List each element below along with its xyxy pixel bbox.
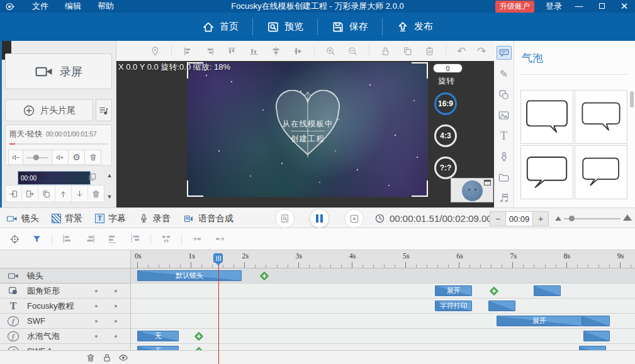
pencil-tool-button[interactable]: ✎	[497, 67, 512, 80]
align-left-button[interactable]	[177, 46, 199, 57]
track-toggle-dot[interactable]	[115, 290, 117, 292]
scene-thumbnail[interactable]: 00:00	[18, 171, 91, 185]
track-name-row[interactable]: TFocusky教程	[0, 299, 130, 314]
delete-track-icon[interactable]	[86, 353, 96, 363]
playhead-line[interactable]	[218, 265, 219, 364]
music-list-button[interactable]	[96, 99, 112, 121]
track-name-row[interactable]: 镜头	[0, 268, 130, 284]
timeline-bar[interactable]: 字符打印	[435, 301, 473, 311]
duration-plus-button[interactable]: +	[533, 212, 548, 226]
scroll-up-button[interactable]: ▲	[105, 171, 114, 180]
pin-lock-button[interactable]	[144, 46, 166, 57]
slide-canvas[interactable]: 从在线模板中 创建工程	[187, 62, 428, 197]
align-start-button[interactable]	[56, 233, 79, 245]
track-content-row[interactable]: 默认镜头	[131, 268, 635, 284]
zoom-slider-knob[interactable]	[569, 216, 575, 221]
image-tool-button[interactable]	[497, 108, 512, 122]
track-content-row[interactable]: 展开	[131, 314, 635, 329]
bubble-tool-button[interactable]	[497, 46, 512, 60]
zoom-in-button[interactable]	[320, 46, 342, 57]
playhead-handle[interactable]	[213, 253, 223, 263]
selection-corner[interactable]	[412, 62, 428, 79]
keyframe-add-marker[interactable]	[259, 271, 269, 281]
align-to-playhead-button[interactable]	[124, 233, 147, 245]
track-toggle-dot[interactable]	[95, 320, 98, 323]
scene-export-button[interactable]	[22, 185, 38, 202]
track-toggle-dot[interactable]	[115, 305, 117, 307]
align-end-button[interactable]	[79, 233, 101, 245]
volume-up-button[interactable]	[52, 150, 69, 165]
align-bottom-button[interactable]	[243, 46, 265, 57]
track-toggle-dot[interactable]	[95, 335, 98, 338]
align-to-ruler-button[interactable]	[101, 233, 124, 245]
timeline-bar[interactable]: 无	[137, 331, 179, 341]
track-name-row[interactable]: ƒ水泡气泡	[0, 329, 130, 344]
maximize-button[interactable]	[596, 1, 607, 12]
upgrade-account-button[interactable]: 升级账户	[495, 1, 534, 13]
pause-button[interactable]	[310, 209, 329, 228]
selection-corner[interactable]	[412, 180, 428, 197]
character-tool-button[interactable]	[497, 150, 512, 163]
menu-file[interactable]: 文件	[32, 1, 48, 12]
save-button[interactable]: 保存	[318, 18, 382, 36]
text-tool-button[interactable]: T	[497, 129, 512, 143]
zoom-small-icon[interactable]	[555, 216, 561, 221]
editing-stage[interactable]: X 0.0 Y 0.0 旋转:0.0 缩放: 18% 从在线模板中 创建工程	[116, 61, 494, 207]
panel-scrollbar[interactable]	[630, 90, 634, 203]
preview-frame-button[interactable]	[275, 209, 295, 228]
record-screen-button[interactable]: 录屏	[5, 53, 112, 89]
track-content-row[interactable]: 展开	[131, 284, 635, 299]
bubble-item[interactable]	[520, 145, 573, 199]
timeline-bar[interactable]: 默认镜头	[137, 270, 242, 281]
align-center-h-button[interactable]	[265, 46, 287, 57]
timeline-bar[interactable]	[534, 285, 561, 296]
camera-tool-button[interactable]: 镜头	[6, 213, 39, 224]
scene-delete-button[interactable]	[88, 185, 104, 202]
track-toggle-dot[interactable]	[115, 320, 117, 323]
slide-title-text[interactable]: 从在线模板中 创建工程	[269, 118, 347, 146]
subtitle-tool-button[interactable]: T 字幕	[95, 213, 126, 224]
library-tool-button[interactable]	[497, 170, 512, 184]
timeline-bar[interactable]	[582, 316, 610, 326]
scene-move-down-button[interactable]	[72, 185, 88, 202]
duration-minus-button[interactable]: −	[490, 212, 505, 226]
volume-down-button[interactable]	[8, 150, 23, 165]
align-top-button[interactable]	[221, 46, 243, 57]
close-button[interactable]: ✕	[619, 1, 630, 12]
rotation-input[interactable]	[433, 63, 463, 73]
volume-slider-knob[interactable]	[33, 155, 39, 160]
timeline-bar[interactable]	[488, 301, 515, 311]
paste-button[interactable]	[419, 46, 441, 57]
bubble-item[interactable]	[575, 145, 627, 199]
ratio-custom-button[interactable]: ?:?	[434, 157, 457, 179]
record-audio-button[interactable]: 录音	[138, 213, 171, 224]
undo-button[interactable]: ↶	[451, 45, 471, 57]
music-track-name[interactable]: 雨天-轻快	[9, 129, 42, 140]
shift-left-button[interactable]	[208, 233, 231, 245]
copy-button[interactable]	[396, 46, 419, 57]
intro-outro-button[interactable]: 片头片尾	[5, 99, 93, 121]
music-settings-button[interactable]: ⚙	[69, 150, 85, 165]
timeline-bar[interactable]: 展开	[435, 285, 473, 296]
music-delete-button[interactable]	[85, 150, 101, 165]
show-track-icon[interactable]	[118, 353, 128, 363]
track-name-row[interactable]: ƒSWF	[0, 314, 130, 329]
minimize-button[interactable]: —	[573, 1, 585, 12]
bubble-item[interactable]	[520, 90, 573, 144]
login-button[interactable]: 登录	[546, 1, 562, 12]
restore-window-icon[interactable]	[484, 180, 491, 185]
zoom-out-button[interactable]	[342, 46, 364, 57]
music-tool-button[interactable]: ♬	[497, 191, 512, 205]
ratio-16-9-button[interactable]: 16:9	[434, 92, 457, 115]
align-center-v-button[interactable]	[287, 46, 309, 57]
track-toggle-dot[interactable]	[95, 305, 98, 307]
timeline-content[interactable]: 0s1s2s3s4s5s6s7s8s9s 默认镜头展开字符打印展开无无	[131, 250, 635, 364]
track-content-row[interactable]: 字符打印	[131, 299, 635, 314]
keyframe-add-marker[interactable]	[194, 331, 204, 341]
menu-help[interactable]: 帮助	[98, 1, 114, 12]
timeline-bar[interactable]: 展开	[497, 316, 582, 326]
lock-track-icon[interactable]	[102, 353, 112, 363]
zoom-large-icon[interactable]	[623, 214, 632, 221]
track-toggle-dot[interactable]	[115, 335, 117, 338]
distribute-button[interactable]	[155, 233, 177, 245]
